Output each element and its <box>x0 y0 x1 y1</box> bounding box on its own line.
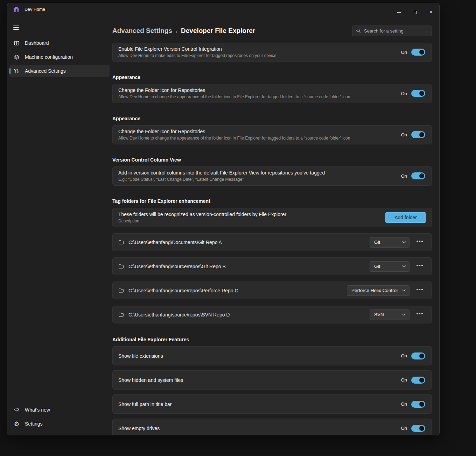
dev-home-logo-icon <box>13 6 20 13</box>
maximize-icon <box>414 11 417 14</box>
vcs-dropdown-value: Perforce Helix Control <box>351 288 398 293</box>
sidebar-item-label: Advanced Settings <box>25 68 66 74</box>
sidebar-item-settings[interactable]: ⚙ Settings <box>9 418 110 430</box>
more-options-button[interactable]: ••• <box>415 311 425 319</box>
more-options-button[interactable]: ••• <box>415 287 425 294</box>
sidebar-item-whats-new[interactable]: What's new <box>9 404 110 416</box>
sidebar-item-label: Dashboard <box>25 40 49 46</box>
show-file-extensions-toggle[interactable] <box>411 352 425 359</box>
sidebar-item-advanced-settings[interactable]: Advanced Settings <box>9 65 110 77</box>
setting-description: Allow Dev Home to change the appearance … <box>118 94 350 99</box>
vcs-dropdown-value: Git <box>374 240 380 245</box>
dashboard-icon <box>14 40 20 46</box>
setting-card-show-hidden-files: Show hidden and system files On <box>112 370 432 390</box>
more-options-button[interactable]: ••• <box>415 238 425 246</box>
maximize-button[interactable] <box>407 6 423 19</box>
layers-icon <box>14 54 20 60</box>
close-button[interactable]: × <box>423 6 439 19</box>
toggle-state-label: On <box>401 377 407 383</box>
folder-row: C:\Users\ethanfang\Documents\Git Repo A … <box>112 233 432 251</box>
vcs-dropdown[interactable]: SVN <box>370 309 410 320</box>
folder-icon <box>118 312 124 317</box>
setting-card-show-full-path: Show full path in title bar On <box>112 394 432 414</box>
sidebar-item-dashboard[interactable]: Dashboard <box>9 37 110 49</box>
sidebar: Dashboard Machine configuration <box>7 19 112 435</box>
setting-description: Allow Dev Home to make edits to File Exp… <box>118 53 276 58</box>
breadcrumb: Advanced Settings › Developer File Explo… <box>112 27 255 35</box>
toggle-state-label: On <box>401 426 407 431</box>
section-heading-appearance-2: Appearance <box>112 116 432 121</box>
setting-title: Show file extensions <box>118 353 163 359</box>
setting-card-enable-integration: Enable File Explorer Version Control Int… <box>112 43 432 62</box>
folder-row: C:\Users\ethanfang\source\repos\SVN Repo… <box>112 306 432 323</box>
setting-title: Show empty drives <box>118 426 160 431</box>
search-box[interactable] <box>352 26 432 36</box>
breadcrumb-parent[interactable]: Advanced Settings <box>112 27 172 35</box>
folder-path: C:\Users\ethanfang\source\repos\SVN Repo… <box>128 312 365 318</box>
setting-description: Allow Dev Home to change the appearance … <box>118 136 350 141</box>
megaphone-icon <box>14 407 20 413</box>
toggle-state-label: On <box>401 50 407 55</box>
minimize-button[interactable] <box>391 6 407 19</box>
chevron-down-icon <box>402 265 406 268</box>
section-heading-tag-folders: Tag folders for File Explorer enhancemen… <box>112 198 432 204</box>
show-full-path-toggle[interactable] <box>411 401 425 408</box>
sidebar-item-label: Settings <box>25 421 43 427</box>
setting-title: Change the Folder Icon for Repositories <box>118 129 350 134</box>
chevron-down-icon <box>402 313 406 316</box>
gear-icon: ⚙ <box>14 421 20 427</box>
page-title: Developer File Explorer <box>181 27 255 35</box>
titlebar: Dev Home × <box>7 3 439 19</box>
app-window: Dev Home × Dashboard <box>7 3 440 435</box>
app-title: Dev Home <box>24 7 45 12</box>
setting-title: Show hidden and system files <box>118 377 183 383</box>
section-heading-column-view: Version Control Column View <box>112 157 432 163</box>
toggle-state-label: On <box>401 353 407 358</box>
sidebar-item-label: What's new <box>25 407 50 413</box>
search-icon <box>356 28 361 33</box>
close-icon: × <box>429 9 433 15</box>
toggle-state-label: On <box>401 91 407 96</box>
hamburger-icon <box>13 26 19 26</box>
folder-path: C:\Users\ethanfang\Documents\Git Repo A <box>128 240 365 245</box>
folder-row: C:\Users\ethanfang\source\repos\Perforce… <box>112 282 432 299</box>
more-options-button[interactable]: ••• <box>415 263 425 270</box>
column-view-toggle[interactable] <box>411 172 425 179</box>
dev-tools-icon <box>14 68 20 74</box>
folder-icon <box>118 240 124 245</box>
toggle-state-label: On <box>401 401 407 407</box>
chevron-right-icon: › <box>176 28 177 34</box>
tag-folders-card: These folders will be recognized as vers… <box>112 208 432 227</box>
sidebar-item-machine-configuration[interactable]: Machine configuration <box>9 51 110 63</box>
search-input[interactable] <box>364 28 428 34</box>
folder-icon-toggle-2[interactable] <box>411 131 425 138</box>
enable-integration-toggle[interactable] <box>411 49 425 56</box>
toggle-state-label: On <box>401 173 407 179</box>
folder-path: C:\Users\ethanfang\source\repos\Perforce… <box>128 288 342 293</box>
setting-title: Show full path in title bar <box>118 401 172 407</box>
vcs-dropdown[interactable]: Git <box>370 237 410 248</box>
setting-card-folder-icon-1: Change the Folder Icon for Repositories … <box>112 84 432 103</box>
vcs-dropdown-value: Git <box>374 264 380 269</box>
vcs-dropdown[interactable]: Perforce Helix Control <box>347 285 410 296</box>
folder-icon <box>118 264 124 269</box>
folder-row: C:\Users\ethanfang\source\repos\Git Repo… <box>112 257 432 275</box>
setting-title: Change the Folder Icon for Repositories <box>118 87 350 93</box>
folder-path: C:\Users\ethanfang\source\repos\Git Repo… <box>128 264 365 269</box>
add-folder-button[interactable]: Add folder <box>385 212 426 223</box>
main-content: Advanced Settings › Developer File Explo… <box>112 19 439 435</box>
vcs-dropdown-value: SVN <box>374 312 384 317</box>
tagged-folders-list: C:\Users\ethanfang\Documents\Git Repo A … <box>112 233 432 323</box>
setting-card-show-empty-drives: Show empty drives On <box>112 419 432 435</box>
show-empty-drives-toggle[interactable] <box>411 425 425 432</box>
section-heading-additional-features: Additional File Explorer Features <box>112 337 432 342</box>
minimize-icon <box>397 12 401 13</box>
nav-menu-button[interactable] <box>12 22 26 33</box>
toggle-state-label: On <box>401 132 407 137</box>
additional-features-list: Show file extensions On Show hidden and … <box>112 346 432 435</box>
chevron-down-icon <box>402 241 406 243</box>
folder-icon-toggle-1[interactable] <box>411 90 425 97</box>
vcs-dropdown[interactable]: Git <box>370 261 410 272</box>
show-hidden-files-toggle[interactable] <box>411 377 425 384</box>
setting-title: Add in version control columns into the … <box>118 170 325 176</box>
